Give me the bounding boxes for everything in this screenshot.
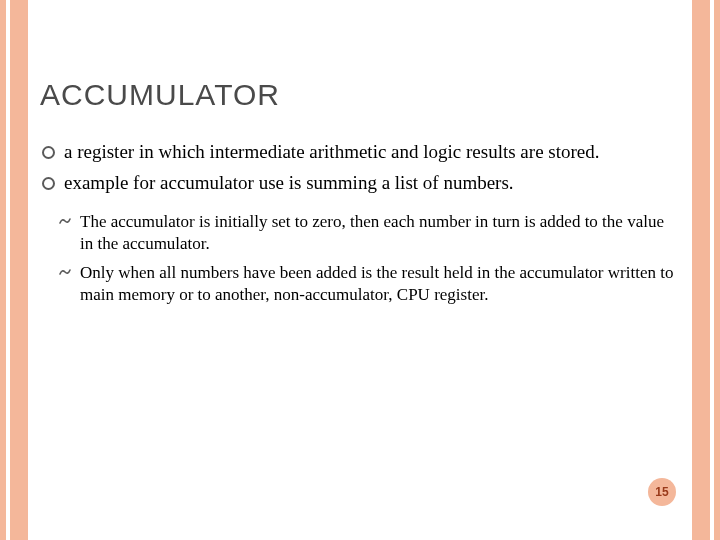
page-number: 15: [655, 485, 668, 499]
swirl-icon: [58, 213, 72, 233]
page-number-badge: 15: [648, 478, 676, 506]
sub-bullet-text: Only when all numbers have been added is…: [80, 263, 673, 304]
slide-content: ACCUMULATOR a register in which intermed…: [40, 78, 680, 312]
primary-bullet: example for accumulator use is summing a…: [40, 171, 680, 196]
primary-bullet: a register in which intermediate arithme…: [40, 140, 680, 165]
sub-bullet-text: The accumulator is initially set to zero…: [80, 212, 664, 253]
side-stripe-right-thin: [714, 0, 720, 540]
primary-bullet-list: a register in which intermediate arithme…: [40, 140, 680, 195]
side-stripe-right-thick: [692, 0, 710, 540]
primary-bullet-text: a register in which intermediate arithme…: [64, 141, 600, 162]
sub-bullet: The accumulator is initially set to zero…: [40, 211, 680, 255]
swirl-icon: [58, 264, 72, 284]
sub-bullet-list: The accumulator is initially set to zero…: [40, 211, 680, 305]
side-stripe-left-thick: [10, 0, 28, 540]
slide-title: ACCUMULATOR: [40, 78, 680, 112]
primary-bullet-text: example for accumulator use is summing a…: [64, 172, 514, 193]
side-stripe-left-thin: [0, 0, 6, 540]
sub-bullet: Only when all numbers have been added is…: [40, 262, 680, 306]
